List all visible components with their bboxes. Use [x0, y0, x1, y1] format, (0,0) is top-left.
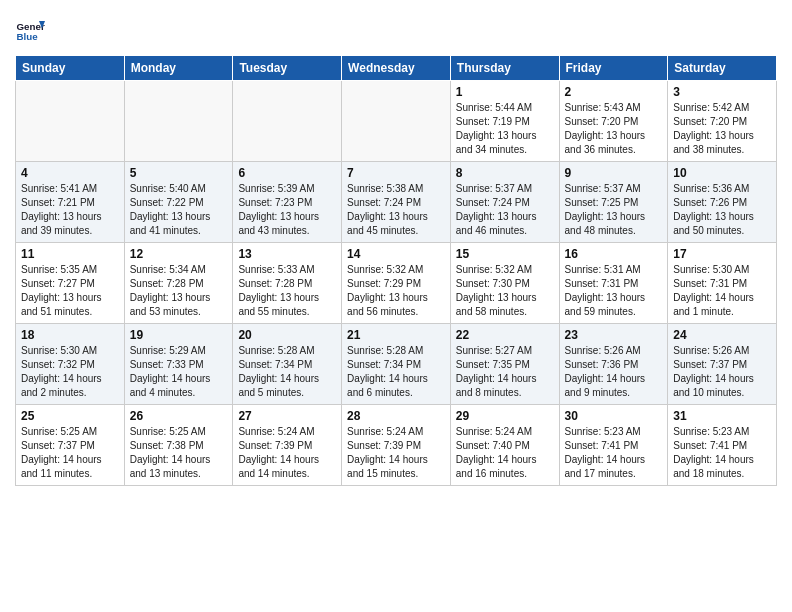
- day-number: 12: [130, 247, 228, 261]
- calendar-day-cell: 23Sunrise: 5:26 AM Sunset: 7:36 PM Dayli…: [559, 324, 668, 405]
- day-number: 10: [673, 166, 771, 180]
- day-info: Sunrise: 5:41 AM Sunset: 7:21 PM Dayligh…: [21, 182, 119, 238]
- calendar-day-cell: 21Sunrise: 5:28 AM Sunset: 7:34 PM Dayli…: [342, 324, 451, 405]
- day-number: 20: [238, 328, 336, 342]
- day-info: Sunrise: 5:24 AM Sunset: 7:39 PM Dayligh…: [347, 425, 445, 481]
- calendar-day-cell: [233, 81, 342, 162]
- day-number: 18: [21, 328, 119, 342]
- calendar-week-row: 18Sunrise: 5:30 AM Sunset: 7:32 PM Dayli…: [16, 324, 777, 405]
- day-info: Sunrise: 5:31 AM Sunset: 7:31 PM Dayligh…: [565, 263, 663, 319]
- calendar-day-cell: 16Sunrise: 5:31 AM Sunset: 7:31 PM Dayli…: [559, 243, 668, 324]
- calendar-day-cell: 7Sunrise: 5:38 AM Sunset: 7:24 PM Daylig…: [342, 162, 451, 243]
- day-number: 14: [347, 247, 445, 261]
- day-info: Sunrise: 5:30 AM Sunset: 7:32 PM Dayligh…: [21, 344, 119, 400]
- day-info: Sunrise: 5:32 AM Sunset: 7:30 PM Dayligh…: [456, 263, 554, 319]
- day-number: 26: [130, 409, 228, 423]
- day-number: 2: [565, 85, 663, 99]
- calendar-week-row: 4Sunrise: 5:41 AM Sunset: 7:21 PM Daylig…: [16, 162, 777, 243]
- logo-icon: General Blue: [15, 15, 45, 45]
- day-number: 31: [673, 409, 771, 423]
- day-number: 17: [673, 247, 771, 261]
- day-number: 3: [673, 85, 771, 99]
- day-number: 19: [130, 328, 228, 342]
- weekday-header-cell: Friday: [559, 56, 668, 81]
- calendar-week-row: 1Sunrise: 5:44 AM Sunset: 7:19 PM Daylig…: [16, 81, 777, 162]
- calendar-day-cell: 6Sunrise: 5:39 AM Sunset: 7:23 PM Daylig…: [233, 162, 342, 243]
- day-number: 1: [456, 85, 554, 99]
- day-info: Sunrise: 5:23 AM Sunset: 7:41 PM Dayligh…: [673, 425, 771, 481]
- calendar-day-cell: 11Sunrise: 5:35 AM Sunset: 7:27 PM Dayli…: [16, 243, 125, 324]
- day-number: 6: [238, 166, 336, 180]
- day-info: Sunrise: 5:37 AM Sunset: 7:25 PM Dayligh…: [565, 182, 663, 238]
- calendar-day-cell: [342, 81, 451, 162]
- day-number: 15: [456, 247, 554, 261]
- logo: General Blue: [15, 15, 45, 45]
- calendar-week-row: 25Sunrise: 5:25 AM Sunset: 7:37 PM Dayli…: [16, 405, 777, 486]
- day-info: Sunrise: 5:42 AM Sunset: 7:20 PM Dayligh…: [673, 101, 771, 157]
- day-info: Sunrise: 5:25 AM Sunset: 7:38 PM Dayligh…: [130, 425, 228, 481]
- day-number: 23: [565, 328, 663, 342]
- day-number: 25: [21, 409, 119, 423]
- svg-text:Blue: Blue: [17, 31, 39, 42]
- calendar-day-cell: 22Sunrise: 5:27 AM Sunset: 7:35 PM Dayli…: [450, 324, 559, 405]
- day-number: 13: [238, 247, 336, 261]
- day-info: Sunrise: 5:28 AM Sunset: 7:34 PM Dayligh…: [238, 344, 336, 400]
- weekday-header-cell: Monday: [124, 56, 233, 81]
- weekday-header-cell: Saturday: [668, 56, 777, 81]
- day-info: Sunrise: 5:43 AM Sunset: 7:20 PM Dayligh…: [565, 101, 663, 157]
- weekday-header-cell: Sunday: [16, 56, 125, 81]
- calendar-day-cell: [16, 81, 125, 162]
- day-info: Sunrise: 5:25 AM Sunset: 7:37 PM Dayligh…: [21, 425, 119, 481]
- day-number: 8: [456, 166, 554, 180]
- day-info: Sunrise: 5:26 AM Sunset: 7:36 PM Dayligh…: [565, 344, 663, 400]
- day-info: Sunrise: 5:27 AM Sunset: 7:35 PM Dayligh…: [456, 344, 554, 400]
- calendar-day-cell: 10Sunrise: 5:36 AM Sunset: 7:26 PM Dayli…: [668, 162, 777, 243]
- day-info: Sunrise: 5:39 AM Sunset: 7:23 PM Dayligh…: [238, 182, 336, 238]
- day-info: Sunrise: 5:40 AM Sunset: 7:22 PM Dayligh…: [130, 182, 228, 238]
- day-info: Sunrise: 5:30 AM Sunset: 7:31 PM Dayligh…: [673, 263, 771, 319]
- calendar-day-cell: 4Sunrise: 5:41 AM Sunset: 7:21 PM Daylig…: [16, 162, 125, 243]
- day-info: Sunrise: 5:26 AM Sunset: 7:37 PM Dayligh…: [673, 344, 771, 400]
- calendar-day-cell: 27Sunrise: 5:24 AM Sunset: 7:39 PM Dayli…: [233, 405, 342, 486]
- day-number: 30: [565, 409, 663, 423]
- calendar-table: SundayMondayTuesdayWednesdayThursdayFrid…: [15, 55, 777, 486]
- calendar-day-cell: 26Sunrise: 5:25 AM Sunset: 7:38 PM Dayli…: [124, 405, 233, 486]
- calendar-body: 1Sunrise: 5:44 AM Sunset: 7:19 PM Daylig…: [16, 81, 777, 486]
- calendar-day-cell: 5Sunrise: 5:40 AM Sunset: 7:22 PM Daylig…: [124, 162, 233, 243]
- day-info: Sunrise: 5:29 AM Sunset: 7:33 PM Dayligh…: [130, 344, 228, 400]
- calendar-day-cell: 12Sunrise: 5:34 AM Sunset: 7:28 PM Dayli…: [124, 243, 233, 324]
- day-number: 27: [238, 409, 336, 423]
- day-info: Sunrise: 5:35 AM Sunset: 7:27 PM Dayligh…: [21, 263, 119, 319]
- calendar-day-cell: 1Sunrise: 5:44 AM Sunset: 7:19 PM Daylig…: [450, 81, 559, 162]
- calendar-day-cell: 31Sunrise: 5:23 AM Sunset: 7:41 PM Dayli…: [668, 405, 777, 486]
- day-info: Sunrise: 5:33 AM Sunset: 7:28 PM Dayligh…: [238, 263, 336, 319]
- day-info: Sunrise: 5:24 AM Sunset: 7:40 PM Dayligh…: [456, 425, 554, 481]
- calendar-day-cell: 8Sunrise: 5:37 AM Sunset: 7:24 PM Daylig…: [450, 162, 559, 243]
- day-info: Sunrise: 5:34 AM Sunset: 7:28 PM Dayligh…: [130, 263, 228, 319]
- calendar-day-cell: 20Sunrise: 5:28 AM Sunset: 7:34 PM Dayli…: [233, 324, 342, 405]
- day-number: 16: [565, 247, 663, 261]
- calendar-day-cell: 3Sunrise: 5:42 AM Sunset: 7:20 PM Daylig…: [668, 81, 777, 162]
- day-info: Sunrise: 5:37 AM Sunset: 7:24 PM Dayligh…: [456, 182, 554, 238]
- day-info: Sunrise: 5:38 AM Sunset: 7:24 PM Dayligh…: [347, 182, 445, 238]
- page-header: General Blue: [15, 15, 777, 45]
- calendar-day-cell: 19Sunrise: 5:29 AM Sunset: 7:33 PM Dayli…: [124, 324, 233, 405]
- calendar-day-cell: 29Sunrise: 5:24 AM Sunset: 7:40 PM Dayli…: [450, 405, 559, 486]
- day-number: 24: [673, 328, 771, 342]
- calendar-day-cell: 13Sunrise: 5:33 AM Sunset: 7:28 PM Dayli…: [233, 243, 342, 324]
- day-info: Sunrise: 5:36 AM Sunset: 7:26 PM Dayligh…: [673, 182, 771, 238]
- day-info: Sunrise: 5:28 AM Sunset: 7:34 PM Dayligh…: [347, 344, 445, 400]
- calendar-week-row: 11Sunrise: 5:35 AM Sunset: 7:27 PM Dayli…: [16, 243, 777, 324]
- day-number: 4: [21, 166, 119, 180]
- calendar-day-cell: 17Sunrise: 5:30 AM Sunset: 7:31 PM Dayli…: [668, 243, 777, 324]
- calendar-day-cell: 24Sunrise: 5:26 AM Sunset: 7:37 PM Dayli…: [668, 324, 777, 405]
- weekday-header-cell: Wednesday: [342, 56, 451, 81]
- weekday-header-row: SundayMondayTuesdayWednesdayThursdayFrid…: [16, 56, 777, 81]
- day-info: Sunrise: 5:32 AM Sunset: 7:29 PM Dayligh…: [347, 263, 445, 319]
- day-number: 29: [456, 409, 554, 423]
- day-info: Sunrise: 5:24 AM Sunset: 7:39 PM Dayligh…: [238, 425, 336, 481]
- day-info: Sunrise: 5:23 AM Sunset: 7:41 PM Dayligh…: [565, 425, 663, 481]
- calendar-day-cell: 18Sunrise: 5:30 AM Sunset: 7:32 PM Dayli…: [16, 324, 125, 405]
- calendar-day-cell: 28Sunrise: 5:24 AM Sunset: 7:39 PM Dayli…: [342, 405, 451, 486]
- day-number: 5: [130, 166, 228, 180]
